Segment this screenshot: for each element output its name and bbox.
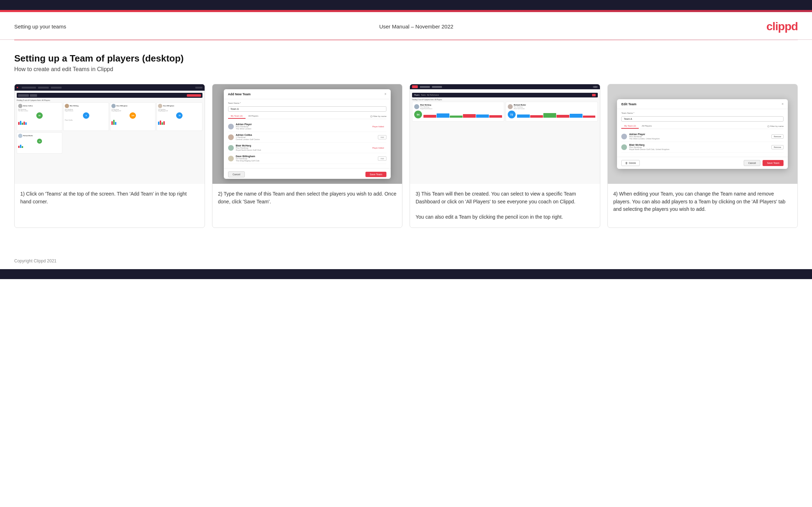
ss3-subnav-btn: [592, 94, 596, 96]
modal-tab-myteam[interactable]: My Team (2): [228, 114, 246, 119]
ep-info-1: Adrian Player Plus HandicapThe Shire Lon…: [629, 133, 771, 140]
ss3-subnav-item: Players: [414, 94, 420, 96]
tc-avatar-1: [414, 104, 419, 109]
pcm-details-1: Plus HandicapThe Shire London: [18, 109, 61, 112]
edit-save-button[interactable]: Save Team: [763, 160, 784, 166]
pcm-avatar-2: [65, 104, 69, 108]
tc-bar: [570, 114, 582, 118]
tc-avatar-2: [508, 104, 513, 109]
ss1-player-card-1: Adrian Collins Plus HandicapThe Shire Lo…: [17, 102, 62, 131]
mp-action-4[interactable]: Add: [378, 156, 386, 161]
edit-delete-button[interactable]: 🗑 Delete: [621, 160, 640, 166]
mp-action-1[interactable]: Player Added: [370, 124, 386, 129]
pcm-bars-5: [18, 144, 61, 148]
mp-info-2: Adrian Coliba 1 HandicapCentral London G…: [236, 134, 378, 140]
pcm-bar: [25, 122, 27, 125]
filter-label: Filter by name: [373, 115, 386, 117]
ss1-filter-text: Finding 5 out of 4 players from: All Pla…: [17, 99, 202, 101]
pcm-bar: [20, 145, 21, 148]
pcm-score-1: 84: [36, 112, 43, 119]
ss1-player-card-5: Richard Butler 72: [17, 132, 62, 154]
pcm-name-4: Dave Billingham: [163, 105, 174, 107]
edit-player-row-2: Blair McHarg Plus HandicapRoyal North De…: [621, 142, 784, 153]
ep-name-1: Adrian Player: [629, 133, 771, 135]
pcm-bar: [162, 122, 163, 125]
step-3-card: Players Teams My Performance Finding 5 o…: [410, 84, 600, 228]
tc-bar: [463, 114, 476, 118]
modal-header: Add New Team ×: [224, 89, 391, 99]
mp-info-3: Blair McHarg Plus HandicapRoyal North De…: [236, 144, 370, 151]
pcm-bar: [113, 120, 115, 125]
modal-close-icon[interactable]: ×: [384, 92, 386, 96]
page-title: Setting up a Team of players (desktop): [14, 53, 798, 64]
pcm-bars-4: [158, 119, 201, 125]
ss1-bottom-player: Richard Butler 72: [17, 132, 202, 154]
ep-avatar-1: [621, 134, 627, 139]
modal-body: Team Name * My Team (2) All Players Filt…: [224, 99, 391, 167]
step-2-description: 2) Type the name of this Team and then s…: [212, 184, 402, 228]
ep-remove-button-2[interactable]: Remove: [771, 145, 784, 149]
ss3-nav-item2: [432, 86, 442, 88]
edit-modal-close-icon[interactable]: ×: [781, 102, 784, 106]
tc-score-row-2: 72: [508, 111, 596, 118]
tc-bar: [476, 114, 489, 118]
delete-label: Delete: [629, 162, 636, 164]
pcm-label-2: Player Quality: [65, 119, 107, 121]
modal-tab-allplayers[interactable]: All Players: [246, 114, 261, 119]
tc-bar: [583, 116, 596, 118]
pcm-score-4: 78: [176, 112, 183, 119]
edit-filter-checkbox: [768, 126, 769, 127]
ep-sub-1: Plus HandicapThe Shire London, United Ki…: [629, 135, 771, 140]
mp-action-2[interactable]: Add: [378, 135, 386, 139]
pcm-bar: [115, 122, 116, 125]
ep-name-2: Blair McHarg: [629, 144, 771, 146]
bottom-black-bar: [0, 269, 812, 279]
ss3-nav-avatar: [593, 86, 598, 88]
pcm-details-4: 5.8 HandicapDing Maging Golf: [158, 109, 201, 112]
edit-cancel-button[interactable]: Cancel: [744, 160, 761, 166]
mp-club-3: Plus HandicapRoyal North Devon Golf Club: [236, 147, 370, 151]
modal-cancel-button[interactable]: Cancel: [228, 171, 245, 177]
tc-sub-2: Plus HandicapShire Golf Centre: [514, 106, 526, 110]
pcm-avatar-4: [158, 104, 162, 108]
pcm-bar: [22, 123, 23, 125]
edit-modal-tabs: My Team (2) All Players Filter by name: [621, 124, 784, 129]
pcm-name-2: Blair McHarg: [70, 105, 79, 107]
step-4-card: Edit Team × Team Name * My Team (2) All …: [607, 84, 798, 228]
pcm-bar: [22, 146, 23, 148]
pcm-avatar-5: [18, 134, 22, 138]
main-content: Setting up a Team of players (desktop) H…: [0, 40, 812, 253]
tc-bar: [423, 115, 436, 118]
header-manual-title: User Manual – November 2022: [379, 23, 453, 30]
edit-modal-title: Edit Team: [621, 102, 636, 106]
tc-bar: [489, 115, 502, 118]
tc-score-row-1: 94: [414, 111, 502, 118]
ep-remove-button-1[interactable]: Remove: [771, 134, 784, 139]
pcm-score-3: 194: [130, 112, 136, 119]
edit-player-row-1: Adrian Player Plus HandicapThe Shire Lon…: [621, 131, 784, 142]
modal-field-label: Team Name *: [228, 102, 386, 104]
clippd-logo: clippd: [766, 20, 798, 33]
ss3-sub-nav: Players Teams My Performance: [412, 93, 598, 97]
modal-player-row-3: Blair McHarg Plus HandicapRoyal North De…: [228, 143, 386, 153]
step-3-screenshot: Players Teams My Performance Finding 5 o…: [410, 84, 600, 184]
modal-save-button[interactable]: Save Team: [365, 172, 386, 177]
modal-player-list: Adrian Player Plus HandicapThe Shire Lon…: [228, 121, 386, 164]
step-2-screenshot: Add New Team × Team Name * My Team (2) A…: [212, 84, 402, 184]
header-section-title: Setting up your teams: [14, 23, 66, 30]
mp-action-3[interactable]: Player Added: [370, 146, 386, 150]
edit-modal-body: Team Name * My Team (2) All Players Filt…: [617, 109, 788, 155]
edit-tab-allplayers[interactable]: All Players: [639, 124, 654, 129]
edit-filter: Filter by name: [768, 124, 784, 129]
team-name-input[interactable]: [228, 106, 386, 112]
mp-name-4: Dave Billingham: [236, 155, 378, 158]
tc-bars-2: [517, 111, 596, 118]
tc-score-1: 94: [414, 111, 422, 118]
edit-team-name-input[interactable]: [621, 116, 784, 122]
edit-tab-myteam[interactable]: My Team (2): [621, 124, 639, 129]
pcm-score-5: 72: [37, 139, 42, 144]
mp-club-4: 5.8 HandicapThe Ding Maging Golf Club: [236, 158, 378, 162]
tc-header-1: Blair McHarg Plus HandicapRoyal North De…: [414, 104, 502, 110]
modal-player-row-2: Adrian Coliba 1 HandicapCentral London G…: [228, 132, 386, 143]
ss1-nav: [15, 84, 205, 91]
